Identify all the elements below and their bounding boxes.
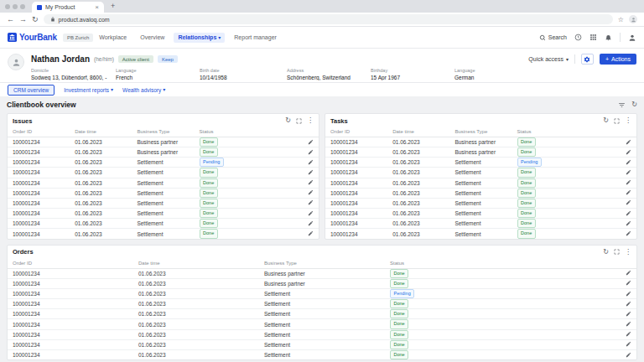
table-row[interactable]: 10000123401.06.2023SettlementPending [8, 158, 319, 168]
edit-icon[interactable] [626, 210, 631, 216]
refresh-icon[interactable]: ↻ [631, 101, 637, 108]
back-button[interactable]: ← [7, 16, 14, 23]
column-header-business-type[interactable]: Business Type [132, 127, 194, 137]
table-row[interactable]: 10000123401.06.2023SettlementDone [8, 208, 319, 218]
table-row[interactable]: 10000123401.06.2023Business partnerDone [8, 268, 636, 278]
table-row[interactable]: 10000123401.06.2023Business partnerDone [8, 278, 636, 288]
edit-icon[interactable] [308, 179, 314, 185]
table-row[interactable]: 10000123401.06.2023SettlementDone [325, 229, 636, 239]
edit-icon[interactable] [308, 199, 314, 205]
table-row[interactable]: 10000123401.06.2023SettlementDone [8, 219, 319, 229]
column-header-order-id[interactable]: Order ID [8, 127, 70, 137]
window-control-dot[interactable] [13, 4, 18, 9]
table-row[interactable]: 10000123401.06.2023SettlementDone [325, 168, 636, 178]
expand-icon[interactable] [614, 118, 620, 124]
forward-button[interactable]: → [19, 16, 27, 23]
refresh-icon[interactable]: ↻ [285, 117, 291, 124]
reload-button[interactable]: ↻ [32, 16, 39, 23]
user-profile-icon[interactable] [628, 34, 636, 42]
edit-icon[interactable] [626, 341, 631, 347]
brand[interactable]: YourBank [8, 33, 57, 42]
settings-button[interactable] [581, 54, 594, 65]
column-header-business-type[interactable]: Business Type [449, 127, 512, 137]
column-header-status[interactable]: Status [385, 259, 511, 269]
edit-icon[interactable] [626, 230, 631, 236]
filter-icon[interactable] [618, 101, 626, 109]
window-control-dot[interactable] [5, 4, 10, 9]
history-icon[interactable] [574, 34, 582, 41]
edit-icon[interactable] [626, 220, 631, 226]
edit-icon[interactable] [308, 159, 314, 165]
edit-icon[interactable] [626, 331, 631, 337]
kebab-menu-icon[interactable]: ⋮ [625, 117, 631, 124]
nav-item-overview[interactable]: Overview [140, 34, 164, 40]
search-button[interactable]: Search [539, 34, 567, 41]
kebab-menu-icon[interactable]: ⋮ [307, 117, 314, 124]
tab-close-icon[interactable]: × [95, 4, 99, 11]
bookmark-icon[interactable]: ☆ [618, 16, 624, 23]
table-row[interactable]: 10000123401.06.2023Business partnerDone [8, 137, 319, 147]
table-row[interactable]: 10000123401.06.2023SettlementDone [8, 188, 319, 198]
edit-icon[interactable] [626, 280, 631, 286]
edit-icon[interactable] [308, 139, 314, 145]
table-row[interactable]: 10000123401.06.2023SettlementPending [8, 289, 636, 299]
column-header-date-time[interactable]: Date time [387, 127, 449, 137]
column-header-date-time[interactable]: Date time [133, 259, 259, 269]
table-row[interactable]: 10000123401.06.2023SettlementDone [325, 198, 636, 208]
actions-button[interactable]: + Actions [600, 54, 636, 65]
edit-icon[interactable] [626, 270, 631, 276]
kebab-menu-icon[interactable]: ⋮ [625, 249, 631, 256]
edit-icon[interactable] [626, 311, 631, 317]
column-header-date-time[interactable]: Date time [70, 127, 132, 137]
edit-icon[interactable] [626, 321, 631, 327]
apps-grid-icon[interactable] [589, 34, 597, 41]
edit-icon[interactable] [626, 301, 631, 307]
url-input[interactable]: product.avaloq.com [44, 14, 613, 24]
client-avatar[interactable] [8, 54, 24, 70]
column-header-order-id[interactable]: Order ID [325, 127, 387, 137]
refresh-icon[interactable]: ↻ [603, 117, 609, 124]
column-header-order-id[interactable]: Order ID [8, 259, 133, 269]
table-row[interactable]: 10000123401.06.2023SettlementDone [8, 329, 636, 339]
window-controls[interactable] [5, 4, 25, 9]
tab-wealth-advisory[interactable]: Wealth advisory ▾ [122, 87, 165, 93]
edit-icon[interactable] [626, 179, 631, 185]
nav-item-report-manager[interactable]: Report manager [234, 34, 277, 40]
table-row[interactable]: 10000123401.06.2023SettlementDone [8, 198, 319, 208]
new-tab-button[interactable]: + [111, 2, 115, 10]
table-row[interactable]: 10000123401.06.2023SettlementDone [8, 299, 636, 309]
edit-icon[interactable] [308, 169, 314, 175]
expand-icon[interactable] [614, 249, 620, 255]
table-row[interactable]: 10000123401.06.2023Business partnerDone [8, 147, 319, 158]
edit-icon[interactable] [626, 189, 631, 195]
edit-icon[interactable] [626, 199, 631, 205]
edit-icon[interactable] [626, 159, 631, 165]
edit-icon[interactable] [626, 291, 631, 297]
column-header-business-type[interactable]: Business Type [259, 259, 385, 269]
edit-icon[interactable] [626, 352, 631, 358]
edit-icon[interactable] [308, 189, 314, 195]
edit-icon[interactable] [626, 169, 631, 175]
edit-icon[interactable] [308, 220, 314, 226]
tab-investment-reports[interactable]: Investment reports ▾ [64, 87, 113, 93]
table-row[interactable]: 10000123401.06.2023SettlementDone [8, 178, 319, 188]
table-row[interactable]: 10000123401.06.2023Business partnerDone [325, 137, 636, 147]
window-control-dot[interactable] [20, 4, 25, 9]
refresh-icon[interactable]: ↻ [603, 249, 609, 256]
table-row[interactable]: 10000123401.06.2023SettlementDone [325, 178, 636, 188]
quick-access-button[interactable]: Quick access ▾ [528, 56, 569, 62]
column-header-status[interactable]: Status [195, 127, 257, 137]
browser-tab[interactable]: My Product × [32, 2, 104, 13]
table-row[interactable]: 10000123401.06.2023SettlementDone [8, 309, 636, 319]
bell-icon[interactable] [605, 34, 612, 41]
table-row[interactable]: 10000123401.06.2023SettlementDone [325, 188, 636, 198]
edit-icon[interactable] [626, 139, 631, 145]
table-row[interactable]: 10000123401.06.2023SettlementDone [325, 219, 636, 229]
table-row[interactable]: 10000123401.06.2023SettlementDone [8, 168, 319, 178]
table-row[interactable]: 10000123401.06.2023SettlementDone [8, 319, 636, 329]
browser-profile-icon[interactable] [629, 15, 637, 23]
edit-icon[interactable] [626, 149, 631, 155]
table-row[interactable]: 10000123401.06.2023SettlementDone [8, 339, 636, 349]
table-row[interactable]: 10000123401.06.2023SettlementDone [8, 349, 636, 359]
nav-item-relationships[interactable]: Relationships ▾ [174, 33, 225, 43]
